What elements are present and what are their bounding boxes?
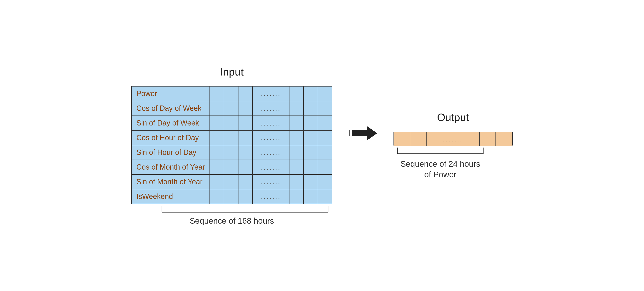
output-sequence-label: Sequence of 24 hoursof Power (394, 158, 487, 180)
output-bar-wrapper: ....... Sequence of 24 hoursof Power (394, 132, 513, 180)
data-cell (289, 174, 304, 189)
data-cell (318, 160, 332, 174)
svg-rect-4 (348, 130, 350, 136)
row-label: Sin of Month of Year (132, 174, 210, 189)
row-label: Sin of Hour of Day (132, 145, 210, 160)
data-cell (318, 130, 332, 145)
data-cell (304, 160, 318, 174)
output-cell-1 (394, 132, 410, 146)
data-cell (210, 116, 224, 130)
data-cell (210, 145, 224, 160)
dots-cell: ....... (252, 116, 289, 130)
row-label: IsWeekend (132, 189, 210, 204)
data-cell (318, 145, 332, 160)
row-label: Cos of Hour of Day (132, 130, 210, 145)
input-section: Input Power.......Cos of Day of Week....… (131, 66, 332, 226)
data-cell (304, 174, 318, 189)
dots-cell: ....... (252, 174, 289, 189)
arrow-container (348, 125, 377, 142)
dots-cell: ....... (252, 189, 289, 204)
dots-cell: ....... (252, 160, 289, 174)
data-cell (318, 101, 332, 116)
data-cell (238, 145, 252, 160)
input-content: Power.......Cos of Day of Week.......Sin… (131, 86, 332, 226)
row-label: Cos of Day of Week (132, 101, 210, 116)
output-bracket-svg (394, 146, 487, 156)
row-label: Power (132, 86, 210, 101)
data-cell (304, 145, 318, 160)
data-cell (238, 86, 252, 101)
data-cell (210, 86, 224, 101)
input-bracket-svg (131, 204, 332, 214)
arrow-icon (348, 125, 377, 142)
output-bar: ....... (394, 132, 513, 146)
data-cell (318, 116, 332, 130)
dots-cell: ....... (252, 145, 289, 160)
table-row: IsWeekend....... (132, 189, 332, 204)
data-cell (318, 86, 332, 101)
data-cell (289, 101, 304, 116)
data-cell (304, 130, 318, 145)
data-cell (224, 101, 238, 116)
row-label: Cos of Month of Year (132, 160, 210, 174)
data-cell (210, 189, 224, 204)
output-section: Output ....... Sequence of 24 hoursof Po… (394, 111, 513, 180)
data-cell (238, 116, 252, 130)
data-cell (289, 145, 304, 160)
output-cell-4 (496, 132, 512, 146)
dots-cell: ....... (252, 86, 289, 101)
table-row: Sin of Month of Year....... (132, 174, 332, 189)
table-row: Cos of Month of Year....... (132, 160, 332, 174)
data-cell (224, 174, 238, 189)
input-title: Input (220, 66, 244, 78)
data-cell (238, 189, 252, 204)
data-cell (224, 145, 238, 160)
data-cell (224, 86, 238, 101)
table-row: Sin of Hour of Day....... (132, 145, 332, 160)
data-cell (238, 101, 252, 116)
svg-marker-3 (348, 126, 377, 140)
data-cell (304, 189, 318, 204)
data-cell (210, 130, 224, 145)
data-cell (289, 189, 304, 204)
output-title: Output (437, 111, 469, 124)
output-cell-3 (480, 132, 496, 146)
svg-rect-5 (350, 130, 352, 136)
dots-cell: ....... (252, 101, 289, 116)
data-cell (289, 86, 304, 101)
below-table: Sequence of 168 hours (131, 204, 332, 226)
data-cell (210, 101, 224, 116)
data-cell (289, 116, 304, 130)
data-cell (210, 174, 224, 189)
input-sequence-label: Sequence of 168 hours (190, 216, 274, 226)
output-dots: ....... (426, 132, 480, 146)
data-cell (304, 101, 318, 116)
output-cell-2 (410, 132, 426, 146)
table-row: Cos of Hour of Day....... (132, 130, 332, 145)
table-row: Power....... (132, 86, 332, 101)
data-cell (289, 130, 304, 145)
data-cell (224, 130, 238, 145)
table-row: Sin of Day of Week....... (132, 116, 332, 130)
data-cell (210, 160, 224, 174)
data-cell (224, 189, 238, 204)
data-cell (304, 116, 318, 130)
data-cell (304, 86, 318, 101)
diagram-container: Input Power.......Cos of Day of Week....… (119, 54, 525, 238)
data-cell (238, 174, 252, 189)
data-cell (238, 130, 252, 145)
data-cell (238, 160, 252, 174)
data-cell (224, 116, 238, 130)
data-cell (318, 189, 332, 204)
dots-cell: ....... (252, 130, 289, 145)
data-cell (289, 160, 304, 174)
data-cell (318, 174, 332, 189)
table-row: Cos of Day of Week....... (132, 101, 332, 116)
input-table: Power.......Cos of Day of Week.......Sin… (131, 86, 332, 204)
row-label: Sin of Day of Week (132, 116, 210, 130)
data-cell (224, 160, 238, 174)
